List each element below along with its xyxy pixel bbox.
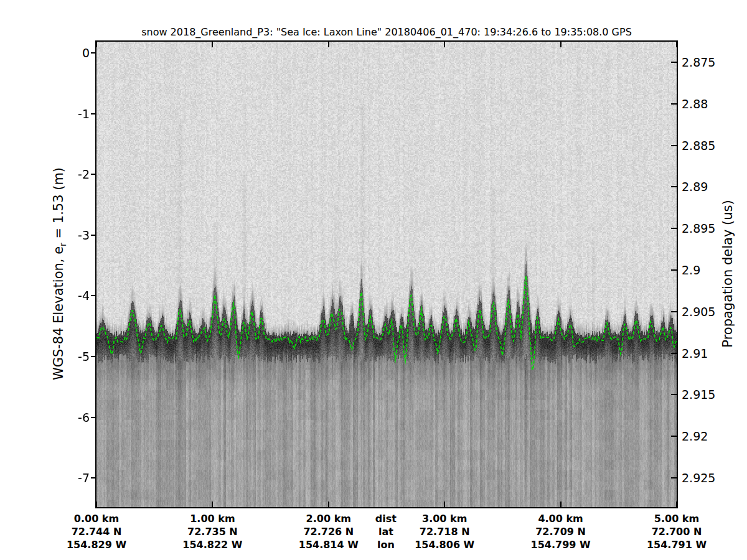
left-axis-label-sub: r (58, 243, 68, 246)
left-tick-label: -4 (61, 287, 90, 304)
x-tick-label-dist: 1.00 km (172, 512, 253, 525)
x-tick-label-dist: 5.00 km (636, 512, 717, 525)
x-tick-label-lat: 72.700 N (636, 525, 717, 538)
right-tick-label: 2.905 (682, 304, 725, 320)
bottom-tick-mark (676, 502, 677, 507)
right-tick-mark (671, 477, 677, 478)
right-tick-label: 2.895 (682, 220, 725, 236)
right-tick-mark (671, 394, 677, 395)
left-tick-label: -1 (61, 106, 90, 122)
right-tick-mark (671, 62, 677, 63)
right-tick-label: 2.925 (682, 470, 725, 486)
right-tick-mark (671, 353, 677, 354)
right-tick-label: 2.92 (682, 428, 725, 444)
top-tick-mark (444, 42, 445, 47)
right-tick-label: 2.89 (682, 179, 725, 195)
right-tick-mark (671, 228, 677, 229)
x-tick-label-dist: 0.00 km (56, 512, 137, 525)
left-tick-mark (91, 477, 96, 478)
echogram-canvas (96, 42, 677, 507)
x-axis-row-name: lon (345, 538, 426, 551)
right-tick-label: 2.88 (682, 96, 725, 112)
left-tick-label: 0 (61, 45, 90, 61)
right-tick-mark (671, 311, 677, 312)
right-tick-label: 2.915 (682, 386, 725, 403)
left-tick-label: -3 (61, 227, 90, 243)
left-tick-label: -5 (61, 348, 90, 365)
right-tick-mark (671, 103, 677, 105)
right-tick-label: 2.9 (682, 262, 725, 278)
x-axis-row-name: lat (345, 525, 426, 538)
bottom-tick-mark (560, 502, 561, 507)
top-tick-mark (676, 42, 677, 47)
bottom-tick-mark (96, 502, 97, 507)
bottom-tick-mark (444, 502, 445, 507)
x-tick-label-lon: 154.822 W (172, 538, 253, 551)
x-axis-row-name: dist (345, 512, 426, 525)
figure-title: snow 2018_Greenland_P3: "Sea Ice: Laxon … (96, 26, 677, 38)
echogram-figure: snow 2018_Greenland_P3: "Sea Ice: Laxon … (0, 0, 747, 560)
left-tick-mark (91, 417, 96, 418)
left-tick-label: -2 (61, 166, 90, 182)
top-tick-mark (212, 42, 213, 47)
left-tick-label: -7 (61, 470, 90, 486)
left-tick-mark (91, 113, 96, 114)
x-tick-label-lon: 154.829 W (56, 538, 137, 551)
right-tick-mark (671, 436, 677, 437)
left-tick-mark (91, 235, 96, 236)
x-tick-label-dist: 4.00 km (520, 512, 601, 525)
x-tick-label-lat: 72.735 N (172, 525, 253, 538)
left-tick-mark (91, 356, 96, 357)
x-tick-label-lat: 72.744 N (56, 525, 137, 538)
left-tick-mark (91, 295, 96, 296)
top-tick-mark (96, 42, 97, 47)
bottom-tick-mark (328, 502, 329, 507)
x-tick-label-lon: 154.791 W (636, 538, 717, 551)
right-tick-mark (671, 269, 677, 271)
x-tick-label-lat: 72.709 N (520, 525, 601, 538)
top-tick-mark (328, 42, 329, 47)
x-tick-label-lon: 154.799 W (520, 538, 601, 551)
right-tick-label: 2.91 (682, 345, 725, 362)
right-tick-label: 2.875 (682, 54, 725, 70)
left-tick-label: -6 (61, 409, 90, 426)
right-tick-label: 2.885 (682, 138, 725, 154)
left-tick-mark (91, 52, 96, 54)
right-tick-mark (671, 145, 677, 146)
top-tick-mark (560, 42, 561, 47)
right-tick-mark (671, 186, 677, 187)
bottom-tick-mark (212, 502, 213, 507)
left-tick-mark (91, 174, 96, 175)
